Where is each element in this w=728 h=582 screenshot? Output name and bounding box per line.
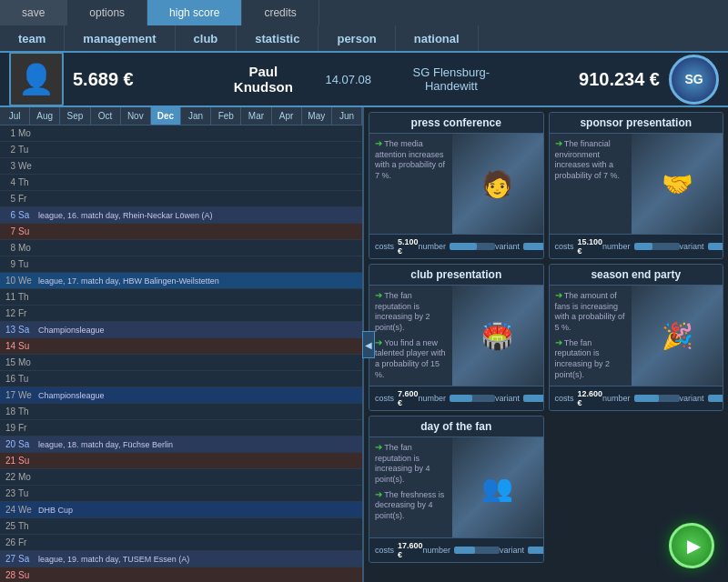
variant-bar[interactable] [708,243,723,250]
costs-label: costs [375,546,394,555]
event-footer-club-presentation: costs 7.600 € number variant cheap [369,386,543,410]
cal-month-feb[interactable]: Feb [211,107,241,125]
team-name: SG Flensburg-Handewitt [389,65,513,93]
event-info-club-presentation: ➔ The fan reputation is increasing by 2 … [369,286,452,386]
cal-day-name: Th [18,292,38,302]
cal-month-oct[interactable]: Oct [91,107,121,125]
cal-day-name: Mo [18,357,38,367]
cal-row-18: 18Th [0,404,362,420]
variant-bar[interactable] [523,395,543,402]
event-title-sponsor-presentation: sponsor presentation [550,113,723,134]
cal-day-num: 9 [0,259,18,269]
scroll-left-button[interactable]: ◀ [362,331,375,358]
variant-bar[interactable] [523,243,543,250]
cal-day-num: 19 [0,423,18,433]
nav-team[interactable]: team [0,25,65,51]
cal-month-aug[interactable]: Aug [30,107,60,125]
cal-event-text: Championsleague [38,326,362,335]
cal-month-nov[interactable]: Nov [121,107,151,125]
cal-row-2: 2Tu [0,142,362,158]
event-image-day-of-the-fan: 👥 [452,437,543,537]
cal-row-17: 17WeChampionsleague [0,387,362,404]
nav-club[interactable]: club [176,25,238,51]
calendar-header: JulAugSepOctNovDecJanFebMarAprMayJun [0,107,362,125]
event-footer-season-end-party: costs 12.600 € number variant cheap [550,386,723,410]
top-nav-options[interactable]: options [67,0,147,25]
arrow-green-icon2: ➔ [375,337,382,347]
event-card-sponsor-presentation: sponsor presentation ➔ The financial env… [549,112,724,259]
cal-row-24: 24WeDHB Cup [0,502,362,518]
avatar-icon: 👤 [18,62,55,96]
cal-day-num: 16 [0,374,18,384]
cal-row-1: 1Mo [0,125,362,142]
cal-month-jul[interactable]: Jul [0,107,30,125]
event-title-press-conference: press conference [369,113,543,134]
costs-row: costs 17.600 € [375,541,423,559]
cal-day-name: Sa [18,325,38,335]
number-bar [450,243,495,250]
cal-day-num: 12 [0,308,18,318]
cal-day-num: 4 [0,177,18,187]
cal-month-jan[interactable]: Jan [181,107,211,125]
costs-label: costs [375,394,394,403]
costs-value: 12.600 € [578,389,603,407]
costs-row: costs 7.600 € [375,389,419,407]
cal-event-text: DHB Cup [38,506,362,515]
cal-day-name: Th [18,406,38,416]
nav-statistic[interactable]: statistic [237,25,318,51]
arrow-green-icon: ➔ [375,290,382,300]
event-title-club-presentation: club presentation [369,265,543,286]
events-section: press conference ➔ The media attention i… [364,107,728,582]
cal-event-text: league, 17. match day, HBW Balingen-Weil… [38,276,362,286]
event-info-day-of-the-fan: ➔ The fan reputation is increasing by 4 … [369,437,452,537]
variant-bar[interactable] [528,547,543,554]
cal-day-num: 27 [0,554,18,564]
main-nav: team management club statistic person na… [0,25,728,53]
cal-day-name: Tu [18,488,38,498]
arrow-green-icon2: ➔ [555,337,562,347]
cal-month-mar[interactable]: Mar [241,107,271,125]
cal-month-may[interactable]: May [302,107,332,125]
cal-day-name: Fr [18,308,38,318]
cal-month-apr[interactable]: Apr [272,107,302,125]
nav-management[interactable]: management [65,25,175,51]
cal-month-dec[interactable]: Dec [151,107,181,125]
event-footer-sponsor-presentation: costs 15.100 € number variant cheap [550,234,723,258]
nav-national[interactable]: national [396,25,479,51]
variant-label: variant [680,242,704,251]
cal-day-name: Th [18,521,38,531]
top-nav-save[interactable]: save [0,0,67,25]
number-label: number [419,394,447,403]
cal-day-num: 21 [0,456,18,466]
costs-value: 7.600 € [398,389,419,407]
variant-row: variant cheap [495,394,543,403]
cal-day-num: 17 [0,390,18,400]
nav-person[interactable]: person [318,25,395,51]
top-nav-credits[interactable]: credits [242,0,318,25]
variant-row: variant cheap [680,394,723,403]
cal-row-12: 12Fr [0,306,362,322]
variant-label: variant [500,546,524,555]
number-label: number [602,394,631,403]
cal-month-sep[interactable]: Sep [60,107,90,125]
cal-row-10: 10Weleague, 17. match day, HBW Balingen-… [0,273,362,289]
money-left: 5.689 € [73,69,219,90]
cal-day-name: Sa [18,439,38,449]
main-content: JulAugSepOctNovDecJanFebMarAprMayJun 1Mo… [0,107,728,582]
event-placeholder-club-presentation: 🏟️ [452,286,543,386]
event-footer-press-conference: costs 5.100 € number variant cheap [369,234,543,258]
cal-day-num: 6 [0,210,18,220]
variant-bar[interactable] [708,395,723,402]
event-placeholder-season-end-party: 🎉 [632,286,723,386]
event-image-press-conference: 🧑 [452,134,543,234]
cal-month-jun[interactable]: Jun [332,107,362,125]
cal-row-4: 4Th [0,175,362,191]
event-title-season-end-party: season end party [550,265,723,286]
cal-day-name: Fr [18,194,38,204]
cal-day-name: Fr [18,423,38,433]
play-button[interactable]: ▶ [669,523,714,568]
event-placeholder-day-of-the-fan: 👥 [452,437,543,537]
top-nav-highscore[interactable]: high score [147,0,242,25]
variant-label: variant [495,242,520,251]
variant-label: variant [495,394,520,403]
